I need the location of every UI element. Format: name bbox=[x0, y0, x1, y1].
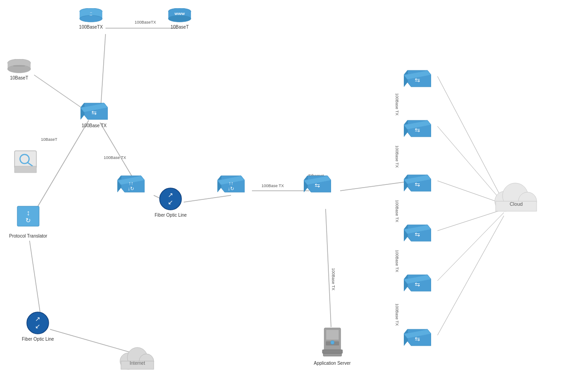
svg-text:Cloud: Cloud bbox=[510, 201, 523, 207]
cloud-right: Cloud bbox=[489, 179, 543, 216]
svg-text:⇆: ⇆ bbox=[415, 231, 420, 238]
svg-rect-98 bbox=[15, 151, 36, 168]
svg-rect-64 bbox=[326, 330, 339, 340]
label-r5: 100Base TX bbox=[395, 303, 399, 326]
svg-text:↻: ↻ bbox=[25, 217, 31, 224]
svg-text:↙: ↙ bbox=[35, 323, 40, 330]
fiber-optic-bottom-label: Fiber Optic Line bbox=[22, 337, 54, 342]
switch-r3-icon: ⇆ bbox=[404, 169, 431, 193]
switch-right-fx-icon: ↑↑ ↓↻ bbox=[217, 170, 245, 194]
switch-r2: ⇆ bbox=[404, 115, 431, 139]
svg-text:⇆: ⇆ bbox=[315, 182, 320, 189]
svg-text:↗: ↗ bbox=[35, 315, 40, 323]
svg-line-1 bbox=[101, 34, 106, 104]
switch-ethernet: ⇆ bbox=[304, 170, 331, 196]
switch-r4-icon: ⇆ bbox=[404, 219, 431, 243]
switch-r2-icon: ⇆ bbox=[404, 115, 431, 139]
svg-text:↓↻: ↓↻ bbox=[128, 186, 135, 191]
fiber-optic-mid-label: Fiber Optic Line bbox=[155, 213, 187, 218]
svg-line-4 bbox=[31, 120, 89, 218]
switch-left-fx: ↑↑ ↓↻ bbox=[117, 170, 145, 196]
switch-blue-mid: ⇆ 100Base TX bbox=[80, 98, 108, 128]
svg-line-16 bbox=[437, 213, 504, 281]
svg-text:⇆: ⇆ bbox=[415, 126, 420, 134]
svg-rect-101 bbox=[15, 166, 36, 173]
switch-r1: ⇆ bbox=[404, 65, 431, 89]
label-r4: 100Base TX bbox=[395, 250, 399, 272]
router-gray: 10BaseT bbox=[5, 59, 34, 80]
svg-text:⇆: ⇆ bbox=[415, 281, 420, 288]
search-device-icon bbox=[13, 149, 38, 174]
svg-text:WWW: WWW bbox=[175, 12, 185, 16]
svg-line-8 bbox=[184, 195, 231, 202]
svg-point-25 bbox=[168, 15, 191, 22]
switch-r4: ⇆ bbox=[404, 219, 431, 243]
label-r2: 100Base TX bbox=[395, 145, 399, 168]
cloud-right-icon: Cloud bbox=[489, 179, 543, 216]
fiber-optic-mid-icon: ↗ ↙ bbox=[159, 187, 182, 211]
switch-right-fx: ↑↑ ↓↻ bbox=[217, 170, 245, 196]
switch-blue-mid-icon: ⇆ bbox=[80, 98, 108, 121]
switch-r1-icon: ⇆ bbox=[404, 65, 431, 89]
switch-ethernet-icon: ⇆ bbox=[304, 170, 331, 194]
router-top-left-icon: ↔ ↔ bbox=[76, 8, 106, 23]
fiber-optic-bottom: ↗ ↙ Fiber Optic Line bbox=[22, 311, 54, 342]
svg-text:⇆: ⇆ bbox=[91, 109, 97, 116]
switch-r6-icon: ⇆ bbox=[404, 324, 431, 347]
internet-cloud: Internet bbox=[115, 343, 160, 372]
proto-translator-label: Protocol Translator bbox=[9, 233, 47, 238]
svg-line-11 bbox=[340, 182, 407, 191]
svg-rect-68 bbox=[323, 353, 342, 356]
switch-r5: ⇆ bbox=[404, 269, 431, 293]
internet-cloud-icon: Internet bbox=[115, 343, 160, 372]
fiber-optic-mid: ↗ ↙ Fiber Optic Line bbox=[155, 187, 187, 218]
switch-r3: ⇆ bbox=[404, 169, 431, 193]
svg-text:↗: ↗ bbox=[168, 191, 173, 198]
svg-text:↕: ↕ bbox=[26, 209, 30, 217]
svg-text:↙: ↙ bbox=[168, 198, 173, 206]
router-gray-label: 10BaseT bbox=[10, 75, 28, 80]
switch-r5-icon: ⇆ bbox=[404, 269, 431, 293]
router-www-label: 10BaseT bbox=[171, 25, 189, 30]
app-server: Application Server bbox=[314, 326, 351, 366]
svg-point-66 bbox=[331, 341, 334, 344]
switch-r6: ⇆ bbox=[404, 324, 431, 347]
svg-text:↑↑: ↑↑ bbox=[129, 180, 134, 186]
router-gray-icon bbox=[5, 59, 34, 74]
svg-text:⇆: ⇆ bbox=[415, 76, 420, 84]
svg-text:⇆: ⇆ bbox=[415, 181, 420, 188]
router-www-icon: WWW bbox=[165, 8, 194, 23]
proto-translator-icon: ↕ ↻ bbox=[15, 204, 41, 232]
switch-blue-mid-label: 100Base TX bbox=[82, 123, 107, 128]
svg-rect-67 bbox=[322, 350, 342, 353]
svg-line-10 bbox=[326, 209, 331, 327]
app-server-label: Application Server bbox=[314, 361, 351, 366]
protocol-translator: ↕ ↻ Protocol Translator bbox=[9, 204, 47, 238]
label-r3: 100Base TX bbox=[395, 200, 399, 222]
svg-line-5 bbox=[30, 241, 41, 318]
app-server-icon bbox=[316, 326, 349, 359]
router-www: WWW 10BaseT bbox=[165, 8, 194, 30]
switch-left-fx-icon: ↑↑ ↓↻ bbox=[117, 170, 145, 194]
router-top-left: ↔ ↔ 100BaseTX bbox=[76, 8, 106, 30]
svg-text:⇆: ⇆ bbox=[415, 335, 420, 342]
svg-text:↑↑: ↑↑ bbox=[229, 180, 234, 186]
network-diagram: 100BaseTX 10BaseT 10BaseT 100Base TX Fx/… bbox=[0, 0, 583, 392]
router-top-left-label: 100BaseTX bbox=[79, 25, 103, 30]
svg-line-17 bbox=[437, 216, 504, 335]
label-100base-tx-left: 100Base TX bbox=[104, 155, 126, 160]
fiber-optic-bottom-icon: ↗ ↙ bbox=[26, 311, 50, 335]
label-100base-vert: 100Base TX bbox=[331, 268, 336, 290]
label-r1: 100Base TX bbox=[395, 93, 399, 115]
label-100base-mid: 100Base TX bbox=[261, 184, 284, 188]
svg-text:Internet: Internet bbox=[130, 361, 145, 366]
label-10baset-switch: 10BaseT bbox=[41, 137, 58, 142]
search-device bbox=[13, 149, 38, 174]
label-100basetx-top: 100BaseTX bbox=[135, 20, 156, 25]
svg-text:↔: ↔ bbox=[89, 11, 92, 15]
svg-point-29 bbox=[8, 65, 31, 73]
svg-text:↓↻: ↓↻ bbox=[228, 186, 235, 191]
